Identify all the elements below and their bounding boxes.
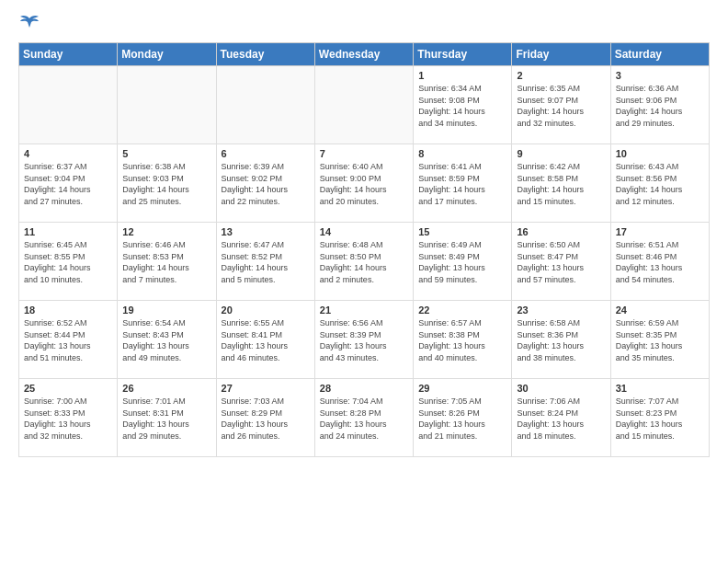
day-number: 28 bbox=[320, 383, 408, 394]
day-info: Sunrise: 6:50 AM Sunset: 8:47 PM Dayligh… bbox=[517, 239, 605, 285]
week-row-5: 25Sunrise: 7:00 AM Sunset: 8:33 PM Dayli… bbox=[19, 379, 710, 457]
day-info: Sunrise: 6:47 AM Sunset: 8:52 PM Dayligh… bbox=[222, 239, 310, 285]
day-number: 13 bbox=[222, 226, 310, 237]
day-number: 7 bbox=[320, 148, 408, 159]
calendar-cell: 15Sunrise: 6:49 AM Sunset: 8:49 PM Dayli… bbox=[414, 223, 512, 301]
calendar-cell: 16Sunrise: 6:50 AM Sunset: 8:47 PM Dayli… bbox=[512, 223, 610, 301]
day-number: 23 bbox=[517, 304, 605, 316]
day-number: 29 bbox=[418, 383, 506, 394]
day-number: 5 bbox=[122, 148, 210, 159]
calendar-cell: 30Sunrise: 7:06 AM Sunset: 8:24 PM Dayli… bbox=[512, 379, 610, 457]
day-info: Sunrise: 7:07 AM Sunset: 8:23 PM Dayligh… bbox=[616, 396, 704, 442]
day-info: Sunrise: 6:36 AM Sunset: 9:06 PM Dayligh… bbox=[616, 83, 704, 129]
calendar-cell: 31Sunrise: 7:07 AM Sunset: 8:23 PM Dayli… bbox=[610, 379, 709, 457]
calendar-cell: 26Sunrise: 7:01 AM Sunset: 8:31 PM Dayli… bbox=[118, 379, 216, 457]
week-row-3: 11Sunrise: 6:45 AM Sunset: 8:55 PM Dayli… bbox=[19, 223, 710, 301]
calendar-cell: 22Sunrise: 6:57 AM Sunset: 8:38 PM Dayli… bbox=[414, 301, 512, 379]
day-info: Sunrise: 7:06 AM Sunset: 8:24 PM Dayligh… bbox=[517, 396, 605, 442]
day-number: 3 bbox=[616, 70, 704, 81]
calendar-cell: 7Sunrise: 6:40 AM Sunset: 9:00 PM Daylig… bbox=[314, 144, 413, 223]
calendar-cell: 27Sunrise: 7:03 AM Sunset: 8:29 PM Dayli… bbox=[216, 379, 314, 457]
calendar-cell: 19Sunrise: 6:54 AM Sunset: 8:43 PM Dayli… bbox=[118, 301, 216, 379]
logo-bird-icon bbox=[19, 15, 40, 35]
calendar-cell: 2Sunrise: 6:35 AM Sunset: 9:07 PM Daylig… bbox=[512, 66, 610, 144]
day-number: 14 bbox=[320, 226, 408, 237]
calendar-cell bbox=[118, 66, 216, 144]
day-info: Sunrise: 6:38 AM Sunset: 9:03 PM Dayligh… bbox=[122, 161, 210, 207]
day-info: Sunrise: 6:45 AM Sunset: 8:55 PM Dayligh… bbox=[24, 239, 112, 285]
weekday-header-row: SundayMondayTuesdayWednesdayThursdayFrid… bbox=[19, 43, 710, 66]
day-info: Sunrise: 6:37 AM Sunset: 9:04 PM Dayligh… bbox=[24, 161, 112, 207]
day-info: Sunrise: 6:54 AM Sunset: 8:43 PM Dayligh… bbox=[122, 317, 210, 363]
calendar-cell: 4Sunrise: 6:37 AM Sunset: 9:04 PM Daylig… bbox=[19, 144, 118, 223]
day-info: Sunrise: 6:41 AM Sunset: 8:59 PM Dayligh… bbox=[418, 161, 506, 207]
calendar-cell: 29Sunrise: 7:05 AM Sunset: 8:26 PM Dayli… bbox=[414, 379, 512, 457]
week-row-4: 18Sunrise: 6:52 AM Sunset: 8:44 PM Dayli… bbox=[19, 301, 710, 379]
day-number: 22 bbox=[418, 304, 506, 316]
day-info: Sunrise: 6:34 AM Sunset: 9:08 PM Dayligh… bbox=[418, 83, 506, 129]
calendar-cell bbox=[314, 66, 413, 144]
weekday-header-tuesday: Tuesday bbox=[216, 43, 314, 66]
day-info: Sunrise: 7:05 AM Sunset: 8:26 PM Dayligh… bbox=[418, 396, 506, 442]
calendar-cell: 1Sunrise: 6:34 AM Sunset: 9:08 PM Daylig… bbox=[414, 66, 512, 144]
day-info: Sunrise: 6:40 AM Sunset: 9:00 PM Dayligh… bbox=[320, 161, 408, 207]
calendar-cell: 10Sunrise: 6:43 AM Sunset: 8:56 PM Dayli… bbox=[610, 144, 709, 223]
weekday-header-friday: Friday bbox=[512, 43, 610, 66]
weekday-header-saturday: Saturday bbox=[610, 43, 709, 66]
day-info: Sunrise: 6:59 AM Sunset: 8:35 PM Dayligh… bbox=[616, 317, 704, 363]
day-info: Sunrise: 6:56 AM Sunset: 8:39 PM Dayligh… bbox=[320, 317, 408, 363]
calendar-cell: 23Sunrise: 6:58 AM Sunset: 8:36 PM Dayli… bbox=[512, 301, 610, 379]
calendar-cell: 9Sunrise: 6:42 AM Sunset: 8:58 PM Daylig… bbox=[512, 144, 610, 223]
page-header bbox=[18, 15, 710, 35]
calendar-cell bbox=[216, 66, 314, 144]
day-number: 15 bbox=[418, 226, 506, 237]
day-info: Sunrise: 6:55 AM Sunset: 8:41 PM Dayligh… bbox=[222, 317, 310, 363]
day-info: Sunrise: 7:00 AM Sunset: 8:33 PM Dayligh… bbox=[24, 396, 112, 442]
day-info: Sunrise: 6:43 AM Sunset: 8:56 PM Dayligh… bbox=[616, 161, 704, 207]
calendar-cell: 18Sunrise: 6:52 AM Sunset: 8:44 PM Dayli… bbox=[19, 301, 118, 379]
day-number: 26 bbox=[122, 383, 210, 394]
calendar-cell: 5Sunrise: 6:38 AM Sunset: 9:03 PM Daylig… bbox=[118, 144, 216, 223]
day-info: Sunrise: 6:48 AM Sunset: 8:50 PM Dayligh… bbox=[320, 239, 408, 285]
day-number: 21 bbox=[320, 304, 408, 316]
day-number: 2 bbox=[517, 70, 605, 81]
day-number: 8 bbox=[418, 148, 506, 159]
day-info: Sunrise: 6:57 AM Sunset: 8:38 PM Dayligh… bbox=[418, 317, 506, 363]
day-info: Sunrise: 6:51 AM Sunset: 8:46 PM Dayligh… bbox=[616, 239, 704, 285]
day-number: 16 bbox=[517, 226, 605, 237]
day-number: 24 bbox=[616, 304, 704, 316]
day-number: 10 bbox=[616, 148, 704, 159]
week-row-1: 1Sunrise: 6:34 AM Sunset: 9:08 PM Daylig… bbox=[19, 66, 710, 144]
day-info: Sunrise: 6:49 AM Sunset: 8:49 PM Dayligh… bbox=[418, 239, 506, 285]
calendar-cell bbox=[19, 66, 118, 144]
day-number: 9 bbox=[517, 148, 605, 159]
day-number: 4 bbox=[24, 148, 112, 159]
weekday-header-thursday: Thursday bbox=[414, 43, 512, 66]
day-number: 31 bbox=[616, 383, 704, 394]
calendar-cell: 14Sunrise: 6:48 AM Sunset: 8:50 PM Dayli… bbox=[314, 223, 413, 301]
day-info: Sunrise: 6:58 AM Sunset: 8:36 PM Dayligh… bbox=[517, 317, 605, 363]
calendar-cell: 24Sunrise: 6:59 AM Sunset: 8:35 PM Dayli… bbox=[610, 301, 709, 379]
day-number: 17 bbox=[616, 226, 704, 237]
day-number: 30 bbox=[517, 383, 605, 394]
weekday-header-wednesday: Wednesday bbox=[314, 43, 413, 66]
day-number: 11 bbox=[24, 226, 112, 237]
calendar-cell: 17Sunrise: 6:51 AM Sunset: 8:46 PM Dayli… bbox=[610, 223, 709, 301]
calendar-cell: 28Sunrise: 7:04 AM Sunset: 8:28 PM Dayli… bbox=[314, 379, 413, 457]
day-number: 18 bbox=[24, 304, 112, 316]
calendar-table: SundayMondayTuesdayWednesdayThursdayFrid… bbox=[18, 42, 710, 457]
logo bbox=[18, 15, 40, 35]
week-row-2: 4Sunrise: 6:37 AM Sunset: 9:04 PM Daylig… bbox=[19, 144, 710, 223]
day-info: Sunrise: 6:35 AM Sunset: 9:07 PM Dayligh… bbox=[517, 83, 605, 129]
day-number: 19 bbox=[122, 304, 210, 316]
day-number: 25 bbox=[24, 383, 112, 394]
calendar-cell: 12Sunrise: 6:46 AM Sunset: 8:53 PM Dayli… bbox=[118, 223, 216, 301]
calendar-cell: 20Sunrise: 6:55 AM Sunset: 8:41 PM Dayli… bbox=[216, 301, 314, 379]
day-number: 12 bbox=[122, 226, 210, 237]
weekday-header-sunday: Sunday bbox=[19, 43, 118, 66]
calendar-cell: 8Sunrise: 6:41 AM Sunset: 8:59 PM Daylig… bbox=[414, 144, 512, 223]
calendar-cell: 6Sunrise: 6:39 AM Sunset: 9:02 PM Daylig… bbox=[216, 144, 314, 223]
day-info: Sunrise: 7:03 AM Sunset: 8:29 PM Dayligh… bbox=[222, 396, 310, 442]
day-number: 1 bbox=[418, 70, 506, 81]
day-info: Sunrise: 7:04 AM Sunset: 8:28 PM Dayligh… bbox=[320, 396, 408, 442]
